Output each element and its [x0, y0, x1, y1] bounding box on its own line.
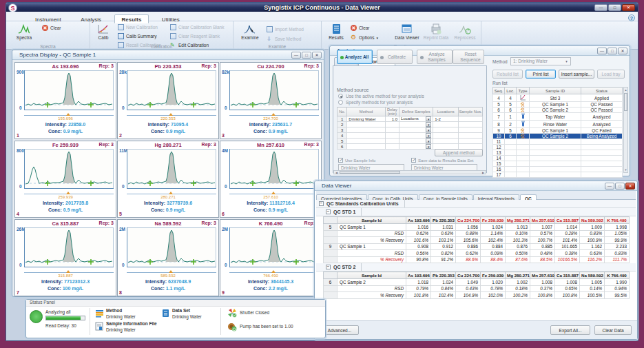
- run-list-table[interactable]: Seq. Loc. Type Sample ID Status 44Std 3A…: [492, 87, 623, 178]
- analyze-samples-button[interactable]: Analyze Samples: [417, 50, 453, 64]
- radio-specify-methods[interactable]: Specify methods for your analysis: [338, 100, 413, 105]
- spectrum-cell-k-766-490[interactable]: K 766.490Rep: 32M0766.490Intensity: 3644…: [220, 219, 322, 296]
- method-table-row[interactable]: 4▾: [337, 133, 483, 139]
- cell-index: 6: [222, 212, 225, 216]
- run-list-row[interactable]: 66QCQC Sample 2QC Passed: [493, 108, 623, 113]
- horizontal-scrollbar[interactable]: ◀▶: [333, 170, 486, 174]
- run-list-row[interactable]: 95QCQC Sample 1QC Failed: [493, 128, 623, 134]
- col-sample-id: Sample ID: [530, 88, 581, 94]
- insert-sample-button[interactable]: Insert sample...: [559, 70, 594, 79]
- dropdown-button[interactable]: ▾: [426, 133, 431, 138]
- panel-maximize-button[interactable]: □: [302, 52, 311, 59]
- reset-sequence-button[interactable]: Reset Sequence: [453, 50, 484, 64]
- dropdown-button[interactable]: ▾: [426, 139, 431, 143]
- calib-summary-button[interactable]: Calib Summary: [118, 32, 156, 40]
- use-sample-info-checkbox[interactable]: ✓ Use Sample Info: [338, 158, 375, 163]
- spectrum-cell-hg-280-271[interactable]: Hg 280.271Rep: 311M0280.271Intensity: 32…: [117, 141, 219, 218]
- radio-active-method[interactable]: Use the active method for your analysis: [338, 94, 424, 99]
- append-method-button[interactable]: Append method: [435, 149, 483, 156]
- run-list-row[interactable]: 44Std 3Applied: [493, 94, 623, 102]
- clear-reagent-blank-button[interactable]: Clear Reagent Blank: [170, 32, 220, 40]
- save-data-checkbox[interactable]: ✓ Save data to Results Data Set: [411, 158, 473, 163]
- method-table-row[interactable]: 1Drinking Water1.0▾Locations1-2: [337, 116, 483, 122]
- method-table-row[interactable]: 2▾: [337, 122, 483, 127]
- run-list-row[interactable]: 15: [493, 161, 623, 167]
- clear-spectra-button[interactable]: ✕ Clear: [42, 24, 61, 32]
- run-list-row[interactable]: 17: [493, 172, 623, 178]
- close-button[interactable]: ✕: [622, 4, 635, 11]
- run-list-row[interactable]: 12: [493, 145, 623, 150]
- col-seq: Seq.: [493, 88, 505, 94]
- vertical-scrollbar[interactable]: ▲▼: [623, 87, 628, 173]
- spectrum-cell-as-193-696[interactable]: As 193.696Rep: 390000193.696Intensity: 2…: [14, 62, 116, 139]
- method-table-row[interactable]: 5▾: [337, 139, 483, 144]
- new-calibration-button[interactable]: New Calibration: [118, 23, 158, 31]
- panel-maximize-button[interactable]: □: [607, 48, 617, 54]
- y-axis-zero-label: 0: [19, 105, 22, 110]
- col-sample-nos: Sample Nos.: [459, 108, 483, 116]
- advanced-button[interactable]: Advanced...: [320, 325, 359, 335]
- run-list-row[interactable]: 16: [493, 167, 623, 172]
- spectrum-cell-pb-220-353[interactable]: Pb 220.353Rep: 328k0220.353Intensity: 71…: [117, 62, 219, 139]
- options-button[interactable]: ⚙ Options▾: [351, 34, 378, 41]
- app-window: S Syngistix ICP Continuous - Data Viewer…: [6, 2, 638, 341]
- qc-sample-row[interactable]: 9QC Sample 10.9080.9120.8860.8840.8760.8…: [324, 243, 630, 250]
- panel-close-button[interactable]: ✕: [625, 183, 635, 190]
- conc-readout: Conc: 0.9 mg/L: [220, 129, 321, 134]
- run-list-row[interactable]: 11: [493, 139, 623, 145]
- spectrum-cell-ca-315-887[interactable]: Ca 315.887Rep: 326M0315.887Intensity: 77…: [14, 219, 116, 296]
- tree-node-qc-std-2[interactable]: −QC STD 2: [316, 263, 636, 272]
- wavelength-label: 257.610: [220, 195, 321, 199]
- panel-minimize-button[interactable]: —: [597, 48, 607, 54]
- dropdown-button[interactable]: ▾: [426, 127, 431, 132]
- collapse-icon[interactable]: −: [326, 265, 331, 269]
- method-value: Drinking Water: [106, 314, 136, 319]
- spectrum-cell-mn-257-610[interactable]: Mn 257.610Rep: 34M0257.610Intensity: 113…: [220, 141, 322, 218]
- window-title: Syngistix ICP Continuous - Data Viewer: [6, 4, 638, 11]
- wavelength-label: 766.490: [220, 274, 321, 278]
- panel-minimize-button[interactable]: —: [291, 52, 301, 59]
- calibrate-button[interactable]: Calibrate: [377, 50, 413, 64]
- collapse-icon[interactable]: −: [319, 201, 324, 206]
- analyze-all-button[interactable]: Analyze All: [337, 50, 373, 64]
- panel-close-button[interactable]: ✕: [312, 52, 322, 59]
- maximize-button[interactable]: □: [608, 4, 621, 11]
- clear-results-button[interactable]: ✕ Clear: [351, 24, 370, 32]
- data-viewer-footer: Advanced... Export All... Clear Data: [315, 320, 637, 339]
- export-all-button[interactable]: Export All...: [550, 325, 590, 335]
- print-list-button[interactable]: Print list: [526, 70, 556, 79]
- dropdown-button[interactable]: ▾: [426, 116, 431, 121]
- method-table-row[interactable]: 3▾: [337, 127, 483, 133]
- tree-node-qc-standards[interactable]: −QC Standards Calibration Units: [316, 200, 636, 208]
- minimize-button[interactable]: —: [594, 4, 607, 11]
- run-list-row[interactable]: 13: [493, 150, 623, 156]
- import-method-button[interactable]: Import Method: [267, 25, 304, 33]
- rebuild-list-button[interactable]: Rebuild list: [492, 70, 523, 79]
- panel-close-button[interactable]: ✕: [618, 48, 627, 54]
- y-axis-zero-label: 0: [122, 105, 125, 110]
- clear-calibration-blank-button[interactable]: Clear Calibration Blank: [170, 23, 224, 31]
- dropdown-button[interactable]: ▾: [426, 144, 431, 149]
- collapse-icon[interactable]: −: [326, 209, 331, 214]
- save-method-button[interactable]: ⇩ Save Method: [267, 35, 301, 43]
- clear-data-button[interactable]: Clear Data: [594, 325, 632, 335]
- tree-node-qc-std-1[interactable]: −QC STD 1: [316, 208, 636, 216]
- method-table[interactable]: No. Method Delay (min) Define Samples Lo…: [337, 107, 483, 150]
- dropdown-button[interactable]: ▾: [426, 122, 431, 127]
- panel-minimize-button[interactable]: —: [605, 183, 614, 190]
- run-list-row[interactable]: 82Rinse WaterAnalyzed: [493, 121, 623, 128]
- panel-maximize-button[interactable]: □: [615, 183, 625, 190]
- run-list-row[interactable]: 14: [493, 156, 623, 161]
- run-list-row[interactable]: 55QCQC Sample 1QC Passed: [493, 102, 623, 108]
- spectrum-cell-cu-224-700[interactable]: Cu 224.700Rep: 382k0224.700Intensity: 23…: [220, 62, 322, 139]
- sample-type-icon: [517, 161, 530, 167]
- load-tray-button[interactable]: Load tray: [597, 70, 625, 79]
- run-list-row[interactable]: 71Tap WaterAnalyzed: [493, 113, 623, 121]
- runlist-method-select[interactable]: 1: Drinking Water▾: [510, 57, 571, 65]
- qc-sample-row[interactable]: 5QC Sample 11.0161.0311.0561.0241.0131.0…: [324, 224, 630, 231]
- run-list-row[interactable]: 106QCQC Sample 2Being Analyzed: [493, 134, 623, 139]
- spectrum-cell-na-589-592[interactable]: Na 589.592Rep: 32M0589.592Intensity: 623…: [117, 219, 219, 296]
- spectrum-cell-fe-259-939[interactable]: Fe 259.939Rep: 3800k0259.939Intensity: 2…: [14, 141, 116, 218]
- qc-sample-row[interactable]: 6QC Sample 21.0181.0241.0491.0201.0021.0…: [324, 279, 630, 286]
- help-icon[interactable]: ?: [628, 14, 635, 21]
